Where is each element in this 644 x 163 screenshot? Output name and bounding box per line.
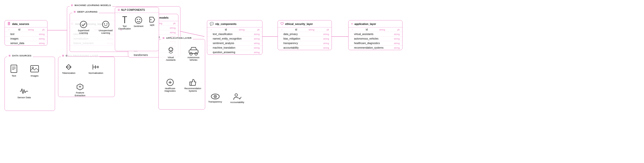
accountability-icon	[233, 93, 242, 100]
ethical-header: 🛡 ethical_security_layer	[278, 20, 332, 27]
healthcare-diagnostics-node: Healthcare Diagnostics	[161, 78, 179, 92]
svg-point-46	[215, 96, 216, 97]
ethical-db-card: 🛡 ethical_security_layer → id string pk …	[278, 20, 332, 50]
svg-point-28	[106, 23, 108, 24]
app-field-virtual-assistants: virtual_assistants string	[348, 32, 402, 37]
sensor-icon	[19, 87, 29, 95]
datasources-icon: 🗄	[7, 22, 11, 26]
svg-line-12	[66, 64, 69, 67]
app-field-healthcare: healthcare_diagnostics string	[348, 41, 402, 46]
tokenization-node: Tokenization	[62, 63, 75, 74]
app-field-autonomous-vehicles: autonomous_vehicles string	[348, 37, 402, 41]
deep-learning-label: ⊞ DEEP LEARNING	[72, 11, 99, 13]
svg-point-26	[102, 21, 109, 28]
ner-icon	[149, 16, 156, 23]
ner-node: NER	[147, 16, 157, 26]
canvas: 🗄 data_sources → id string pk text strin…	[0, 0, 644, 163]
svg-point-39	[195, 53, 197, 55]
supervised-label: Supervised Learning	[78, 29, 89, 34]
unsupervised-label: Unsupervised Learning	[99, 29, 113, 34]
data-processing-visual-group: ⊞ DATA PROCESSING LAYER Tokenization	[58, 57, 115, 97]
images-label: Images	[31, 74, 38, 77]
text-classification-icon	[121, 16, 128, 24]
ethical-field-transparency: transparency string	[278, 41, 332, 46]
ner-label: NER	[150, 24, 154, 26]
feature-extraction-node: Feature Extraction	[75, 83, 85, 97]
svg-line-15	[69, 67, 71, 70]
recommendation-systems-node: Recommendation Systems	[183, 78, 203, 92]
nlp-header-icon: ☰	[118, 9, 120, 11]
ethical-field-bias-mitigation: bias_mitigation string	[278, 37, 332, 41]
field-id: → id string pk	[5, 27, 47, 32]
svg-point-35	[169, 49, 170, 49]
virtual-assistants-node: Virtual Assistants	[163, 46, 179, 61]
application-db-card: ≡ application_layer → id string pk virtu…	[348, 20, 402, 50]
text-label: Text	[12, 74, 16, 77]
svg-rect-5	[11, 65, 17, 73]
autonomous-vehicles-label: Autonomous Vehicles	[187, 56, 200, 61]
svg-line-14	[66, 67, 69, 70]
sensor-data-node: Sensor Data	[17, 87, 31, 99]
feature-extraction-icon	[76, 83, 84, 90]
data-sources-group-label: ⊞ DATA SOURCES	[7, 54, 33, 57]
svg-point-38	[190, 53, 192, 55]
recommendation-icon	[189, 78, 197, 86]
data-sources-visual-group: ⊞ DATA SOURCES Text Images	[5, 57, 55, 111]
images-node: Images	[30, 64, 39, 77]
normalization-label: Normalization	[89, 72, 103, 74]
svg-point-10	[32, 67, 34, 69]
svg-point-32	[139, 19, 140, 20]
svg-line-13	[69, 64, 71, 67]
nlp-visual-bottom-nodes: Transparency Accountability	[207, 93, 246, 104]
nlp-field-translation: machine_translation string	[207, 46, 262, 50]
recommendation-label: Recommendation Systems	[184, 87, 201, 92]
svg-point-33	[150, 19, 151, 20]
transparency-node: Transparency	[207, 93, 223, 104]
tokenization-icon	[64, 63, 73, 71]
field-images: images string	[5, 37, 47, 41]
datasources-header: 🗄 data_sources	[5, 20, 47, 27]
application-layer-visual-label: ⊞ APPLICATION LAYER	[161, 37, 193, 39]
virtual-assistants-icon	[166, 46, 175, 55]
autonomous-vehicles-node: Autonomous Vehicles	[184, 46, 203, 61]
sentiment-node: Sentiment	[132, 16, 145, 27]
unsupervised-learning-node: Unsupervised Learning	[96, 20, 115, 34]
accountability-node: Accountability	[228, 93, 246, 104]
text-classification-node: Text Classification	[118, 16, 131, 30]
supervised-learning-node: Supervised Learning	[75, 20, 92, 34]
text-icon	[10, 64, 18, 74]
autonomous-vehicles-icon	[188, 46, 199, 55]
svg-point-30	[135, 17, 142, 23]
text-node: Text	[10, 64, 18, 77]
datasources-db-card: 🗄 data_sources → id string pk text strin…	[5, 20, 47, 46]
ethical-field-data-privacy: data_privacy string	[278, 32, 332, 37]
svg-point-27	[104, 23, 105, 24]
svg-point-36	[171, 49, 172, 49]
svg-point-47	[235, 94, 237, 96]
ethical-field-id: → id string pk	[278, 27, 332, 32]
nlp-field-text-classification: text_classification string	[207, 32, 262, 37]
supervised-icon	[79, 20, 88, 28]
sentiment-icon	[135, 16, 143, 24]
application-layer-visual-group: ⊞ APPLICATION LAYER Virtual Assistants	[158, 39, 205, 110]
tokenization-label: Tokenization	[62, 72, 75, 74]
feature-extraction-label: Feature Extraction	[75, 91, 85, 97]
normalization-icon	[92, 63, 100, 71]
nlp-field-ner: named_entity_recognition string	[207, 37, 262, 41]
healthcare-icon	[166, 78, 174, 86]
virtual-assistants-label: Virtual Assistants	[166, 56, 176, 61]
app-field-id: → id string pk	[348, 27, 402, 32]
unsupervised-icon	[102, 20, 110, 28]
nlp-db-card: 💬 nlp_components → id string pk text_cla…	[207, 20, 262, 55]
is-label: Is	[120, 28, 122, 31]
application-header: ≡ application_layer	[348, 20, 402, 27]
sensor-data-label: Sensor Data	[17, 96, 31, 99]
ethical-field-accountability: accountability string	[278, 46, 332, 50]
svg-rect-9	[31, 66, 39, 72]
normalization-node: Normalization	[89, 63, 103, 74]
app-field-recommendation: recommendation_systems string	[348, 46, 402, 50]
transparency-icon	[211, 93, 220, 100]
svg-point-31	[137, 19, 138, 20]
nlp-field-sentiment: sentiment_analysis string	[207, 41, 262, 46]
nlp-field-qa: question_answering string	[207, 50, 262, 54]
